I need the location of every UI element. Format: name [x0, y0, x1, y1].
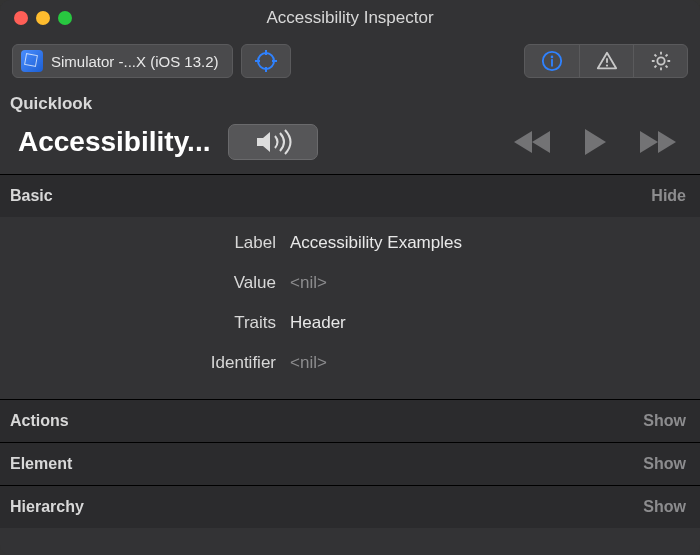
section-element: Element Show: [0, 442, 700, 485]
section-actions: Actions Show: [0, 399, 700, 442]
target-label: Simulator -...X (iOS 13.2): [51, 53, 224, 70]
property-value: Header: [290, 313, 346, 333]
section-title: Actions: [10, 412, 69, 430]
section-header-actions[interactable]: Actions Show: [0, 400, 700, 442]
section-toggle[interactable]: Show: [643, 412, 686, 430]
quicklook-row: Accessibility...: [0, 116, 700, 174]
property-label: Traits: [0, 313, 290, 333]
warning-icon: [596, 50, 618, 72]
property-row: Label Accessibility Examples: [0, 223, 700, 263]
inspection-tab[interactable]: [525, 45, 579, 77]
current-element-name: Accessibility...: [18, 126, 210, 158]
section-title: Element: [10, 455, 72, 473]
section-toggle[interactable]: Show: [643, 498, 686, 516]
property-row: Value <nil>: [0, 263, 700, 303]
speak-button[interactable]: [228, 124, 318, 160]
settings-tab[interactable]: [633, 45, 687, 77]
section-title: Basic: [10, 187, 53, 205]
inspection-pointer-button[interactable]: [241, 44, 291, 78]
section-header-element[interactable]: Element Show: [0, 443, 700, 485]
svg-line-16: [665, 66, 667, 68]
property-value: <nil>: [290, 273, 327, 293]
auto-navigate-button[interactable]: [582, 127, 608, 157]
target-icon: [254, 49, 278, 73]
section-header-basic[interactable]: Basic Hide: [0, 175, 700, 217]
property-row: Traits Header: [0, 303, 700, 343]
quicklook-heading: Quicklook: [0, 86, 700, 116]
toolbar: Simulator -...X (iOS 13.2): [0, 36, 700, 86]
basic-properties: Label Accessibility Examples Value <nil>…: [0, 217, 700, 399]
section-basic: Basic Hide Label Accessibility Examples …: [0, 174, 700, 399]
svg-rect-8: [606, 58, 608, 63]
navigation-controls: [512, 127, 678, 157]
audit-tab[interactable]: [579, 45, 633, 77]
svg-point-10: [657, 57, 664, 64]
section-toggle[interactable]: Show: [643, 455, 686, 473]
gear-icon: [650, 50, 672, 72]
titlebar: Accessibility Inspector: [0, 0, 700, 36]
property-row: Identifier <nil>: [0, 343, 700, 383]
svg-line-18: [665, 54, 667, 56]
accessibility-inspector-window: Accessibility Inspector Simulator -...X …: [0, 0, 700, 555]
property-label: Identifier: [0, 353, 290, 373]
mode-segmented-control[interactable]: [524, 44, 688, 78]
property-label: Label: [0, 233, 290, 253]
section-toggle[interactable]: Hide: [651, 187, 686, 205]
section-hierarchy: Hierarchy Show: [0, 485, 700, 528]
play-icon: [582, 127, 608, 157]
section-header-hierarchy[interactable]: Hierarchy Show: [0, 486, 700, 528]
svg-point-0: [258, 53, 274, 69]
section-title: Hierarchy: [10, 498, 84, 516]
previous-element-button[interactable]: [512, 128, 552, 156]
svg-line-17: [654, 66, 656, 68]
speaker-icon: [253, 129, 293, 155]
app-icon: [21, 50, 43, 72]
rewind-icon: [512, 128, 552, 156]
window-title: Accessibility Inspector: [0, 8, 700, 28]
forward-icon: [638, 128, 678, 156]
property-value: Accessibility Examples: [290, 233, 462, 253]
svg-point-9: [605, 64, 607, 66]
info-icon: [541, 50, 563, 72]
target-app-picker[interactable]: Simulator -...X (iOS 13.2): [12, 44, 233, 78]
property-value: <nil>: [290, 353, 327, 373]
property-label: Value: [0, 273, 290, 293]
svg-rect-7: [551, 59, 553, 66]
svg-point-6: [551, 56, 554, 59]
svg-line-15: [654, 54, 656, 56]
next-element-button[interactable]: [638, 128, 678, 156]
